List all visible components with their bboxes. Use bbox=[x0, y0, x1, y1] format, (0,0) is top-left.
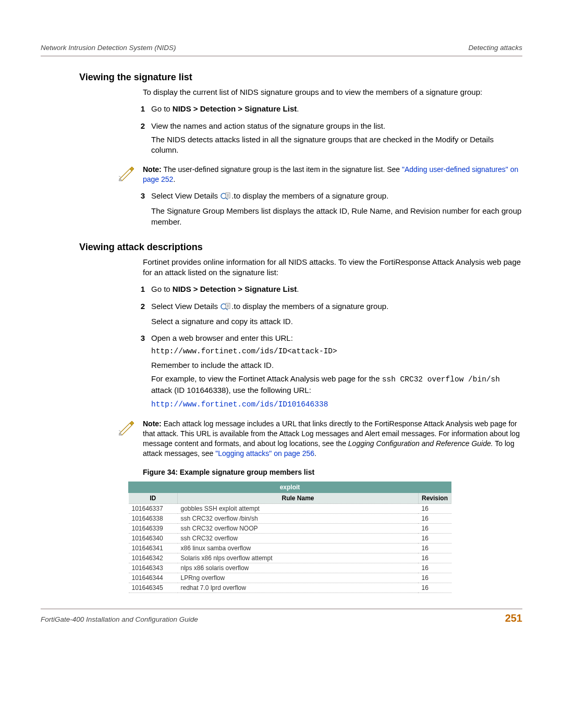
cell-rev: 16 bbox=[418, 504, 451, 514]
step-num: 2 bbox=[131, 301, 151, 330]
link-example-url[interactable]: http://www.fortinet.com/ids/ID101646338 bbox=[151, 400, 328, 409]
nav-path: NIDS > Detection > Signature List bbox=[173, 104, 297, 113]
cell-id: 101646338 bbox=[129, 514, 178, 524]
cell-rev: 16 bbox=[418, 534, 451, 544]
note-block: Note: The user-defined signature group i… bbox=[118, 165, 522, 184]
step-1-3: 3 Select View Details .to display the me… bbox=[131, 191, 522, 230]
table-row: 101646344LPRng overflow16 bbox=[129, 573, 451, 583]
note-tail: . bbox=[173, 175, 175, 183]
cell-rev: 16 bbox=[418, 544, 451, 553]
note-block: Note: Each attack log message includes a… bbox=[118, 419, 522, 459]
col-id: ID bbox=[129, 493, 178, 504]
header-rule bbox=[41, 56, 522, 56]
view-details-icon bbox=[221, 192, 231, 203]
step-text: View the names and action status of the … bbox=[151, 121, 522, 131]
cell-rev: 16 bbox=[418, 553, 451, 563]
signature-table: exploit ID Rule Name Revision 101646337g… bbox=[128, 482, 451, 593]
cell-rev: 16 bbox=[418, 514, 451, 524]
cell-rule: redhat 7.0 lprd overflow bbox=[178, 583, 419, 593]
table-row: 101646342Solaris x86 nlps overflow attem… bbox=[129, 553, 451, 563]
cell-rule: ssh CRC32 overflow NOOP bbox=[178, 524, 419, 534]
view-details-icon bbox=[221, 302, 231, 313]
link-logging-attacks[interactable]: "Logging attacks" on page 256 bbox=[215, 449, 314, 458]
step-text: Go to bbox=[151, 104, 173, 113]
section-2-title: Viewing attack descriptions bbox=[79, 242, 522, 253]
cell-id: 101646344 bbox=[129, 573, 178, 583]
footer-guide-title: FortiGate-400 Installation and Configura… bbox=[41, 615, 198, 623]
header-right: Detecting attacks bbox=[468, 44, 522, 52]
step-text: Select a signature and copy its attack I… bbox=[151, 316, 522, 327]
step-text: attack (ID 101646338), use the following… bbox=[151, 386, 311, 394]
table-row: 101646339ssh CRC32 overflow NOOP16 bbox=[129, 524, 451, 534]
table-row: 101646343nlps x86 solaris overflow16 bbox=[129, 563, 451, 573]
table-row: 101646338ssh CRC32 overflow /bin/sh16 bbox=[129, 514, 451, 524]
step-num: 3 bbox=[131, 191, 151, 230]
header-left: Network Intrusion Detection System (NIDS… bbox=[41, 44, 176, 52]
step-text: The Signature Group Members list display… bbox=[151, 206, 522, 227]
step-2-3: 3 Open a web browser and enter this URL:… bbox=[131, 333, 522, 413]
step-num: 1 bbox=[131, 284, 151, 298]
step-text: Go to bbox=[151, 285, 173, 293]
table-group-header: exploit bbox=[129, 482, 451, 493]
table-row: 101646340ssh CRC32 overflow16 bbox=[129, 534, 451, 544]
cell-rule: x86 linux samba overflow bbox=[178, 544, 419, 553]
cell-id: 101646342 bbox=[129, 553, 178, 563]
step-1-1: 1 Go to NIDS > Detection > Signature Lis… bbox=[131, 104, 522, 117]
table-row: 101646337gobbles SSH exploit attempt16 bbox=[129, 504, 451, 514]
section-1-intro: To display the current list of NIDS sign… bbox=[143, 87, 522, 97]
step-text: Remember to include the attack ID. bbox=[151, 360, 522, 371]
step-text: Open a web browser and enter this URL: bbox=[151, 333, 522, 343]
section-1-title: Viewing the signature list bbox=[79, 72, 522, 83]
cell-id: 101646340 bbox=[129, 534, 178, 544]
step-num: 1 bbox=[131, 104, 151, 117]
cell-rule: ssh CRC32 overflow /bin/sh bbox=[178, 514, 419, 524]
cell-rule: gobbles SSH exploit attempt bbox=[178, 504, 419, 514]
page-number: 251 bbox=[505, 612, 522, 624]
cell-id: 101646337 bbox=[129, 504, 178, 514]
url-template: http://www.fortinet.com/ids/ID<attack-ID… bbox=[151, 347, 522, 357]
section-2-intro: Fortinet provides online information for… bbox=[143, 257, 522, 278]
cell-id: 101646341 bbox=[129, 544, 178, 553]
nav-path: NIDS > Detection > Signature List bbox=[173, 285, 297, 293]
cell-rule: ssh CRC32 overflow bbox=[178, 534, 419, 544]
cell-rule: Solaris x86 nlps overflow attempt bbox=[178, 553, 419, 563]
cell-rev: 16 bbox=[418, 583, 451, 593]
attack-name-mono: ssh CRC32 overflow /bin/sh bbox=[382, 375, 500, 384]
note-body: The user-defined signature group is the … bbox=[162, 165, 402, 174]
note-pencil-icon bbox=[118, 419, 136, 437]
step-text-tail: .to display the members of a signature g… bbox=[231, 191, 388, 200]
cell-rev: 16 bbox=[418, 524, 451, 534]
col-rev: Revision bbox=[418, 493, 451, 504]
note-label: Note: bbox=[143, 419, 162, 428]
figure-caption: Figure 34: Example signature group membe… bbox=[143, 468, 522, 476]
note-pencil-icon bbox=[118, 165, 136, 183]
guide-title-italic: Logging Configuration and Reference Guid… bbox=[348, 439, 493, 448]
cell-id: 101646343 bbox=[129, 563, 178, 573]
cell-rule: nlps x86 solaris overflow bbox=[178, 563, 419, 573]
note-label: Note: bbox=[143, 165, 162, 174]
step-num: 2 bbox=[131, 121, 151, 159]
step-text-tail: . bbox=[297, 285, 299, 293]
cell-id: 101646339 bbox=[129, 524, 178, 534]
step-2-2: 2 Select View Details .to display the me… bbox=[131, 301, 522, 330]
step-text-tail: . bbox=[297, 104, 299, 113]
step-2-1: 1 Go to NIDS > Detection > Signature Lis… bbox=[131, 284, 522, 298]
step-text: The NIDS detects attacks listed in all t… bbox=[151, 134, 522, 156]
step-text: Select View Details bbox=[151, 191, 220, 200]
cell-rev: 16 bbox=[418, 563, 451, 573]
step-text: Select View Details bbox=[151, 302, 220, 311]
cell-id: 101646345 bbox=[129, 583, 178, 593]
table-row: 101646341x86 linux samba overflow16 bbox=[129, 544, 451, 553]
table-row: 101646345redhat 7.0 lprd overflow16 bbox=[129, 583, 451, 593]
cell-rev: 16 bbox=[418, 573, 451, 583]
note-tail: . bbox=[314, 449, 316, 458]
col-rule: Rule Name bbox=[178, 493, 419, 504]
step-text: For example, to view the Fortinet Attack… bbox=[151, 374, 382, 383]
cell-rule: LPRng overflow bbox=[178, 573, 419, 583]
step-1-2: 2 View the names and action status of th… bbox=[131, 121, 522, 159]
step-num: 3 bbox=[131, 333, 151, 413]
step-text-tail: .to display the members of a signature g… bbox=[231, 302, 388, 311]
